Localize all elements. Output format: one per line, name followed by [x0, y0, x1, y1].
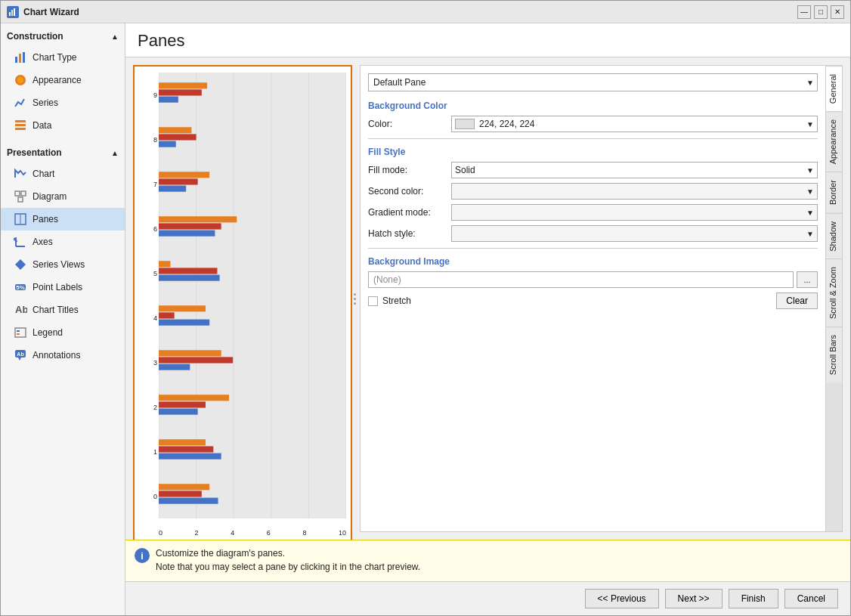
- close-button[interactable]: ✕: [831, 5, 844, 19]
- annotations-icon: Ab: [13, 348, 28, 363]
- info-text: Customize the diagram's panes. Note that…: [156, 546, 420, 574]
- bg-image-row: (None) ...: [368, 271, 818, 288]
- resize-dot: [354, 293, 356, 296]
- hatch-style-arrow: ▼: [806, 230, 814, 238]
- sidebar-item-appearance[interactable]: Appearance: [1, 69, 125, 91]
- resize-dot: [354, 298, 356, 300]
- svg-rect-54: [159, 216, 237, 222]
- info-message1: Customize the diagram's panes.: [156, 546, 420, 560]
- data-icon: [13, 118, 28, 133]
- color-value: 224, 224, 224: [479, 119, 534, 129]
- y-label-7: 7: [136, 181, 157, 188]
- svg-rect-52: [159, 231, 215, 237]
- sidebar-item-chart-label: Chart: [32, 169, 54, 179]
- sidebar-item-data[interactable]: Data: [1, 114, 125, 137]
- svg-text:Ab: Ab: [17, 351, 23, 357]
- right-panel-inner: Default Pane ▼ Background Color Color:: [361, 66, 842, 531]
- sidebar-item-point-labels[interactable]: 5% Point Labels: [1, 276, 125, 299]
- svg-rect-9: [15, 124, 26, 126]
- construction-section-header[interactable]: Construction ▲: [1, 26, 125, 46]
- vertical-tabs: General Appearance Border Shadow Scroll …: [825, 66, 842, 531]
- svg-rect-41: [159, 401, 206, 407]
- sidebar-item-chart-titles[interactable]: Ab Chart Titles: [1, 299, 125, 321]
- tab-general[interactable]: General: [826, 66, 842, 111]
- construction-label: Construction: [7, 31, 63, 42]
- sidebar-item-chart[interactable]: Chart: [1, 163, 125, 185]
- sidebar-item-series-views[interactable]: Series Views: [1, 253, 125, 276]
- svg-rect-57: [159, 172, 209, 178]
- pane-dropdown-arrow: ▼: [806, 79, 814, 87]
- second-color-row: Second color: ▼: [368, 183, 818, 200]
- construction-arrow: ▲: [111, 33, 119, 41]
- hatch-style-select[interactable]: ▼: [451, 225, 818, 242]
- chart-nav-icon: [13, 166, 28, 181]
- panes-icon: [13, 212, 28, 227]
- color-swatch: [455, 119, 475, 129]
- sidebar-item-panes-label: Panes: [32, 214, 58, 224]
- previous-button[interactable]: << Previous: [585, 589, 659, 608]
- app-icon: [7, 6, 19, 18]
- y-label-4: 4: [136, 314, 157, 322]
- tab-border[interactable]: Border: [826, 172, 842, 212]
- svg-rect-12: [21, 191, 26, 196]
- svg-rect-5: [23, 52, 25, 63]
- sidebar-item-series-views-label: Series Views: [32, 259, 85, 270]
- sidebar-item-chart-titles-label: Chart Titles: [32, 305, 79, 315]
- finish-button[interactable]: Finish: [729, 589, 778, 608]
- cancel-button[interactable]: Cancel: [784, 589, 838, 608]
- tab-scroll-zoom[interactable]: Scroll & Zoom: [826, 258, 842, 327]
- sidebar-item-annotations-label: Annotations: [32, 350, 80, 361]
- bg-image-input: (None): [368, 271, 794, 288]
- svg-text:5%: 5%: [16, 284, 25, 291]
- tab-appearance[interactable]: Appearance: [826, 111, 842, 172]
- svg-rect-13: [18, 197, 23, 202]
- tab-scroll-bars[interactable]: Scroll Bars: [826, 327, 842, 382]
- page-title: Panes: [125, 23, 850, 57]
- gradient-mode-label: Gradient mode:: [368, 207, 451, 218]
- stretch-checkbox[interactable]: [368, 296, 378, 306]
- legend-icon: [13, 325, 28, 340]
- fill-mode-select[interactable]: Solid ▼: [451, 162, 818, 178]
- clear-button[interactable]: Clear: [776, 293, 818, 309]
- bg-image-value: (None): [373, 274, 401, 285]
- svg-rect-61: [159, 97, 178, 103]
- tab-shadow[interactable]: Shadow: [826, 213, 842, 259]
- y-label-8: 8: [136, 136, 157, 144]
- sidebar-item-annotations[interactable]: Ab Annotations: [1, 344, 125, 367]
- y-label-2: 2: [136, 404, 157, 411]
- maximize-button[interactable]: □: [814, 5, 828, 19]
- browse-button[interactable]: ...: [797, 271, 818, 288]
- presentation-section-header[interactable]: Presentation ▲: [1, 143, 125, 163]
- minimize-button[interactable]: —: [797, 5, 811, 19]
- bg-image-section-label: Background Image: [368, 256, 818, 267]
- sidebar-item-point-labels-label: Point Labels: [32, 282, 82, 293]
- svg-rect-50: [159, 268, 218, 274]
- fill-mode-label: Fill mode:: [368, 165, 451, 175]
- second-color-select[interactable]: ▼: [451, 183, 818, 200]
- color-dropdown[interactable]: 224, 224, 224 ▼: [451, 116, 818, 132]
- sidebar-item-diagram[interactable]: Diagram: [1, 185, 125, 208]
- window-controls: — □ ✕: [797, 5, 844, 19]
- presentation-label: Presentation: [7, 147, 62, 158]
- svg-rect-37: [159, 453, 221, 460]
- sidebar-item-panes[interactable]: Panes: [1, 208, 125, 231]
- gradient-mode-select[interactable]: ▼: [451, 204, 818, 221]
- svg-rect-62: [159, 89, 202, 95]
- chart-preview[interactable]: 0 1 2 3 4 5 6 7 8 9: [133, 65, 352, 540]
- svg-rect-58: [159, 141, 176, 147]
- svg-rect-0: [9, 12, 11, 16]
- chart-type-icon: [13, 50, 28, 65]
- svg-rect-45: [159, 350, 221, 356]
- next-button[interactable]: Next >>: [665, 589, 723, 608]
- hatch-style-label: Hatch style:: [368, 228, 451, 239]
- sidebar-item-chart-type[interactable]: Chart Type: [1, 46, 125, 69]
- color-dropdown-arrow: ▼: [806, 120, 814, 128]
- sidebar-item-axes[interactable]: Axes: [1, 231, 125, 253]
- main-window: Chart Wizard — □ ✕ Construction ▲ Chart …: [0, 0, 851, 616]
- y-label-5: 5: [136, 270, 157, 277]
- svg-rect-63: [159, 82, 207, 88]
- resize-handle[interactable]: [351, 283, 357, 314]
- sidebar-item-legend[interactable]: Legend: [1, 321, 125, 344]
- sidebar-item-series[interactable]: Series: [1, 91, 125, 114]
- pane-dropdown[interactable]: Default Pane ▼: [368, 73, 818, 91]
